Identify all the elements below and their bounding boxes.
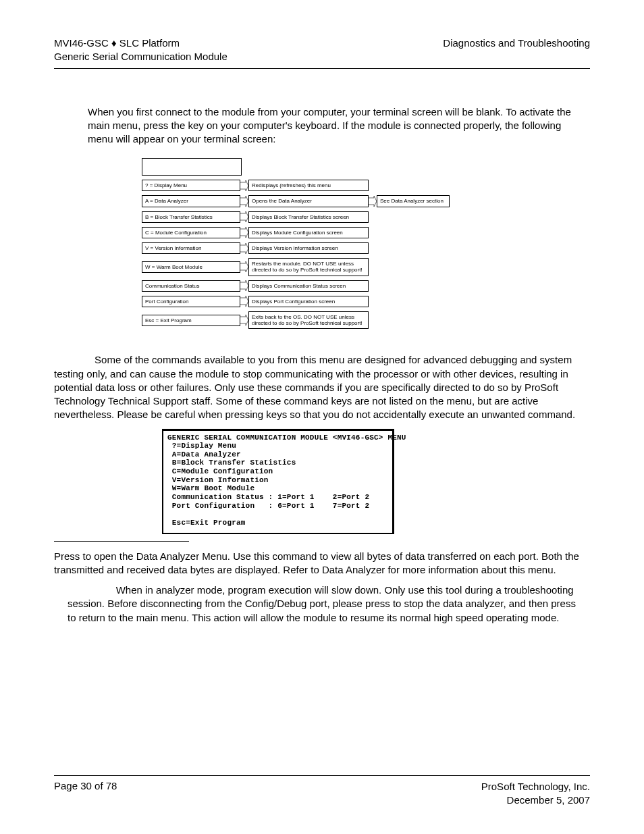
- diagram-desc-box: Displays Communication Status screen: [248, 280, 369, 292]
- diagram-ext-box: See Data Analyzer section: [377, 195, 450, 207]
- header-left-1: MVI46-GSC ♦ SLC Platform: [54, 36, 227, 50]
- important-paragraph: Important: When in analyzer mode, progra…: [68, 583, 576, 625]
- intro-paragraph: When you first connect to the module fro…: [88, 105, 576, 147]
- diagram-cmd-box: ? = Display Menu: [142, 180, 240, 191]
- diagram-cmd-box: V = Version Information: [142, 242, 240, 254]
- diagram-cmd-box: Communication Status: [142, 280, 240, 292]
- diagram-desc-box: Restarts the module. DO NOT USE unless d…: [248, 258, 369, 276]
- diagram-row: W = Warm Boot ModuleRestarts the module.…: [142, 258, 590, 276]
- diagram-row: C = Module ConfigurationDisplays Module …: [142, 227, 590, 238]
- header-left-2: Generic Serial Communication Module: [54, 50, 227, 63]
- diagram-cmd-box: Esc = Exit Program: [142, 315, 240, 326]
- diagram-cmd-box: A = Data Analyzer: [142, 195, 240, 207]
- diagram-cmd-box: B = Block Transfer Statistics: [142, 211, 240, 223]
- diagram-title-box: [142, 158, 242, 176]
- diagram-desc-box: Redisplays (refreshes) this menu: [248, 180, 369, 191]
- header-right: Diagnostics and Troubleshooting: [443, 36, 590, 50]
- diagram-row: Esc = Exit ProgramExits back to the OS. …: [142, 311, 590, 329]
- diagram-desc-box: Displays Block Transfer Statistics scree…: [248, 211, 369, 223]
- page-footer: Page 30 of 78 ProSoft Technology, Inc. D…: [54, 775, 590, 808]
- diagram-desc-box: Displays Module Configuration screen: [248, 227, 369, 238]
- menu-diagram: ? = Display MenuRedisplays (refreshes) t…: [142, 158, 590, 329]
- terminal-screenshot: GENERIC SERIAL COMMUNICATION MODULE <MVI…: [162, 429, 394, 534]
- diagram-row: V = Version InformationDisplays Version …: [142, 242, 590, 254]
- diagram-row: A = Data AnalyzerOpens the Data Analyzer…: [142, 195, 590, 207]
- diagram-row: Communication StatusDisplays Communicati…: [142, 280, 590, 292]
- important-text: When in analyzer mode, program execution…: [68, 584, 576, 623]
- diagram-desc-box: Exits back to the OS. DO NOT USE unless …: [248, 311, 369, 329]
- diagram-row: ? = Display MenuRedisplays (refreshes) t…: [142, 180, 590, 191]
- diagram-desc-box: Displays Port Configuration screen: [248, 296, 369, 307]
- caution-paragraph: Caution: Some of the commands available …: [54, 353, 590, 421]
- diagram-cmd-box: Port Configuration: [142, 296, 240, 307]
- diagram-cmd-box: C = Module Configuration: [142, 227, 240, 238]
- diagram-desc-box: Opens the Data Analyzer: [248, 195, 369, 207]
- footer-left: Page 30 of 78: [54, 780, 117, 808]
- diagram-row: Port ConfigurationDisplays Port Configur…: [142, 296, 590, 307]
- open-analyzer-paragraph: Press to open the Data Analyzer Menu. Us…: [54, 550, 590, 577]
- footer-right-1: ProSoft Technology, Inc.: [481, 780, 590, 793]
- diagram-row: B = Block Transfer StatisticsDisplays Bl…: [142, 211, 590, 223]
- caution-text: Some of the commands available to you fr…: [54, 354, 575, 420]
- section-rule: [54, 541, 189, 542]
- footer-right-2: December 5, 2007: [481, 793, 590, 807]
- diagram-cmd-box: W = Warm Boot Module: [142, 261, 240, 273]
- page-header: MVI46-GSC ♦ SLC Platform Generic Serial …: [54, 36, 590, 69]
- diagram-desc-box: Displays Version Information screen: [248, 242, 369, 254]
